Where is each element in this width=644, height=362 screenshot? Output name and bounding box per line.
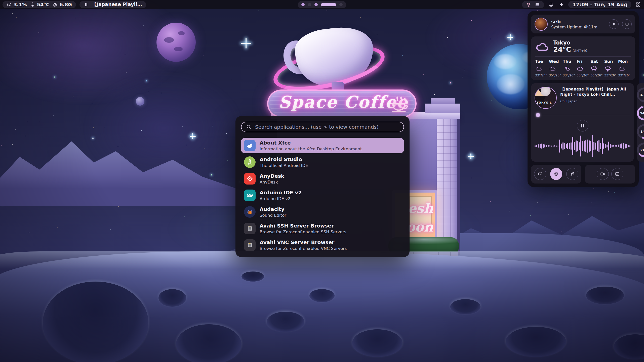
track-artist: Chill Japan. xyxy=(560,99,630,103)
now-playing-pill[interactable]: 【Japanese Playlist】 J... xyxy=(79,1,146,8)
play-pause-button[interactable] xyxy=(577,120,588,131)
powersave-profile-button[interactable] xyxy=(566,168,578,180)
tray-pill xyxy=(522,1,544,8)
waveform xyxy=(535,134,630,158)
memory-usage: 6.8G xyxy=(53,2,72,7)
workspace-dot-1[interactable] xyxy=(301,3,305,6)
seek-track xyxy=(535,115,630,116)
top-panel: 3.1% 54°C 6.8G 【Japanese Playlist】 J... … xyxy=(0,0,644,9)
launcher-search[interactable] xyxy=(241,122,404,132)
uptime-text: System Uptime: 4h11m xyxy=(551,25,606,29)
app-item-avahi-vnc[interactable]: Avahi VNC Server Browser Browse for Zero… xyxy=(241,237,404,253)
system-stats-pill: 3.1% 54°C 6.8G xyxy=(3,1,76,8)
settings-button[interactable] xyxy=(609,19,619,29)
workspace-dot-4[interactable] xyxy=(321,3,336,6)
temperature: 54°C xyxy=(30,2,50,7)
temperature-value: 54°C xyxy=(37,2,50,7)
android-studio-icon xyxy=(244,156,256,168)
app-description: The official Android IDE xyxy=(260,163,308,168)
pause-icon xyxy=(84,2,89,7)
workspace-dot-5[interactable] xyxy=(339,3,343,6)
wallpaper-icon[interactable] xyxy=(535,2,540,7)
arduino-icon xyxy=(244,190,256,201)
now-playing-text: 【Japanese Playlist】 J... xyxy=(92,1,142,8)
weather-temp: 24°C xyxy=(553,46,571,53)
disk-gauge: 24% xyxy=(637,143,644,157)
forecast-day: Thu 33°/26° xyxy=(563,59,576,77)
weather-forecast: Tue 33°/24° Wed 35°/25° Thu 33°/26° Fri … xyxy=(535,59,631,77)
app-name: About Xfce xyxy=(260,140,362,146)
forecast-day: Tue 33°/24° xyxy=(535,59,548,77)
scales-icon xyxy=(553,171,559,177)
memory-gauge: 14% xyxy=(637,124,644,139)
workspace-dot-3[interactable] xyxy=(314,3,318,6)
forecast-day: Sun 33°/26° xyxy=(604,59,617,77)
app-description: Sound Editor xyxy=(260,213,286,218)
pet-icon[interactable] xyxy=(526,2,531,7)
media-player-card: TOKYO L 【Japanese Playlist】 Japan All Ni… xyxy=(531,83,634,162)
app-item-arduino[interactable]: Arduino IDE v2 Arduino IDE v2 xyxy=(241,188,404,203)
notifications-bell-icon[interactable] xyxy=(547,1,555,8)
cpu-usage-value: 3.1% xyxy=(14,2,27,7)
app-item-anydesk[interactable]: AnyDesk AnyDesk xyxy=(241,171,404,187)
xfce-mouse-icon xyxy=(244,140,256,151)
app-item-about-xfce[interactable]: About Xfce Information about the Xfce De… xyxy=(241,138,404,153)
avatar xyxy=(535,18,548,31)
balanced-profile-button[interactable] xyxy=(550,168,562,180)
gauge-icon xyxy=(537,171,543,177)
divider xyxy=(535,56,631,57)
app-name: Android Studio xyxy=(260,156,308,162)
user-card: seb System Uptime: 4h11m xyxy=(531,15,635,33)
cloud-icon xyxy=(618,65,626,72)
screen-record-button[interactable] xyxy=(597,168,609,180)
system-gauges-card: 3.1% 54°C 14% 24% xyxy=(637,83,644,162)
search-input[interactable] xyxy=(255,124,399,130)
cloud-icon xyxy=(535,41,550,52)
app-name: Avahi VNC Server Browser xyxy=(260,239,347,245)
performance-profile-button[interactable] xyxy=(534,168,546,180)
widget-sidebar: seb System Uptime: 4h11m Tokyo 24°C(GMT+… xyxy=(528,11,639,187)
album-art: TOKYO L xyxy=(535,87,557,109)
album-art-text: TOKYO L xyxy=(537,101,552,104)
cpu-usage: 3.1% xyxy=(7,2,27,7)
username: seb xyxy=(551,19,561,24)
clock-text: 17:09 - Tue, 19 Aug xyxy=(572,2,627,8)
cloud-icon xyxy=(535,65,543,72)
rain-icon xyxy=(590,65,598,72)
app-description: Browse for Zeroconf-enabled VNC Servers xyxy=(260,246,347,251)
track-title: 【Japanese Playlist】 Japan All Night - To… xyxy=(560,87,630,97)
gauge-icon xyxy=(7,2,12,7)
workspace-dot-2[interactable] xyxy=(308,3,311,6)
progress-knob[interactable] xyxy=(536,113,540,117)
capture-group xyxy=(585,165,635,184)
power-button[interactable] xyxy=(622,19,632,29)
widgets-grid-icon[interactable] xyxy=(634,1,642,8)
chip-icon xyxy=(53,2,58,7)
cpu-gauge: 3.1% xyxy=(637,87,644,102)
app-item-avahi-ssh[interactable]: Avahi SSH Server Browser Browse for Zero… xyxy=(241,221,404,236)
app-description: AnyDesk xyxy=(260,180,284,185)
volume-icon[interactable] xyxy=(558,1,565,8)
app-name: Avahi SSH Server Browser xyxy=(260,223,346,229)
network-socket-icon xyxy=(244,239,256,251)
weather-card: Tokyo 24°C(GMT+9) Tue 33°/24° Wed 35°/25… xyxy=(531,36,635,80)
gear-icon xyxy=(612,22,616,26)
app-name: Arduino IDE v2 xyxy=(260,190,302,196)
search-icon xyxy=(246,124,252,130)
seek-slider[interactable] xyxy=(535,113,630,117)
app-list: About Xfce Information about the Xfce De… xyxy=(241,137,404,253)
power-icon xyxy=(625,22,629,26)
screenshot-button[interactable] xyxy=(611,168,623,180)
app-item-audacity[interactable]: Audacity Sound Editor xyxy=(241,204,404,220)
clock-pill[interactable]: 17:09 - Tue, 19 Aug xyxy=(568,1,631,8)
app-name: AnyDesk xyxy=(260,173,284,179)
cloud-icon xyxy=(549,65,556,72)
workspace-indicator xyxy=(298,1,346,8)
power-profile-group xyxy=(531,165,581,184)
storm-icon xyxy=(604,65,612,72)
app-description: Browse for Zeroconf-enabled SSH Servers xyxy=(260,230,346,234)
partly-sunny-icon xyxy=(563,65,570,72)
weather-city: Tokyo xyxy=(553,40,587,46)
forecast-day: Wed 35°/25° xyxy=(549,59,562,77)
app-item-android-studio[interactable]: Android Studio The official Android IDE xyxy=(241,154,404,170)
